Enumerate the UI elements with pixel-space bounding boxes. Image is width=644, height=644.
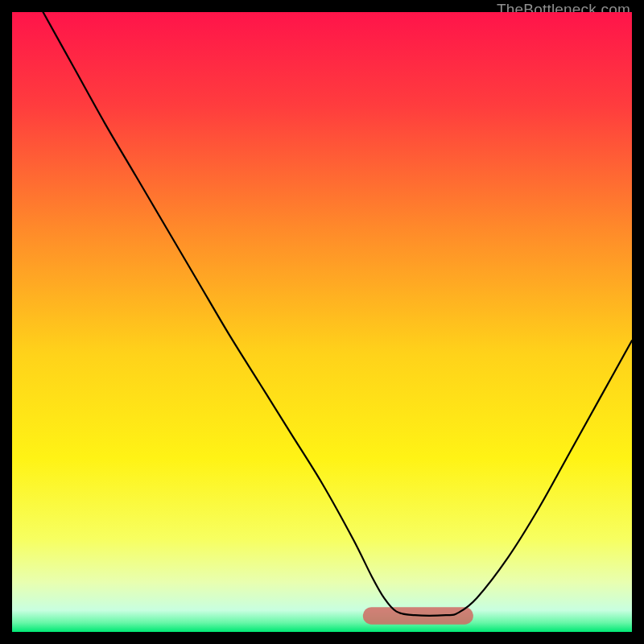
bottleneck-chart <box>12 12 632 632</box>
gradient-background <box>12 12 632 632</box>
chart-frame: TheBottleneck.com <box>12 12 632 632</box>
